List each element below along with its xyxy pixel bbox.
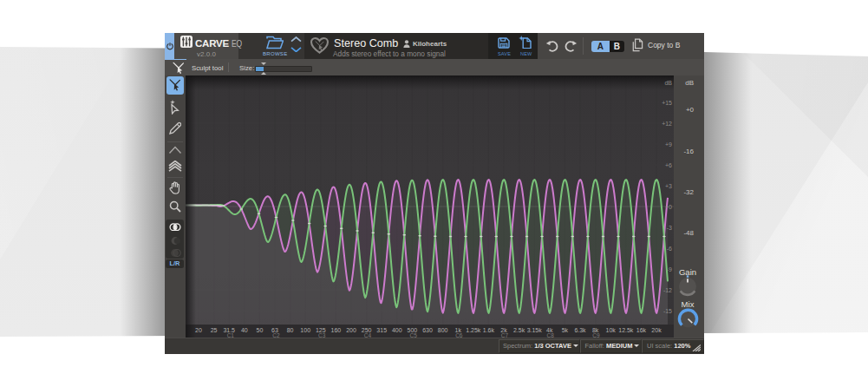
svg-text:+3: +3 bbox=[665, 182, 672, 188]
svg-text:800: 800 bbox=[438, 326, 448, 332]
svg-text:16k: 16k bbox=[636, 326, 647, 332]
svg-text:50: 50 bbox=[257, 326, 264, 332]
svg-text:5k: 5k bbox=[562, 326, 569, 332]
svg-text:1.6k: 1.6k bbox=[483, 326, 495, 332]
svg-text:+12: +12 bbox=[662, 120, 672, 126]
svg-text:C1: C1 bbox=[227, 331, 235, 338]
svg-text:-12: -12 bbox=[663, 286, 672, 292]
svg-text:C7: C7 bbox=[501, 331, 509, 338]
svg-text:C3: C3 bbox=[318, 331, 326, 338]
svg-text:80: 80 bbox=[287, 326, 294, 332]
svg-text:-9: -9 bbox=[667, 266, 672, 272]
svg-text:400: 400 bbox=[392, 326, 402, 332]
svg-text:3.15k: 3.15k bbox=[527, 326, 543, 332]
svg-text:25: 25 bbox=[211, 326, 218, 332]
svg-text:C4: C4 bbox=[364, 331, 372, 338]
svg-text:-3: -3 bbox=[667, 224, 672, 230]
svg-text:C5: C5 bbox=[409, 331, 417, 338]
svg-text:160: 160 bbox=[331, 326, 342, 332]
svg-text:C8: C8 bbox=[547, 331, 555, 338]
svg-text:dB: dB bbox=[664, 80, 672, 86]
svg-text:12.5k: 12.5k bbox=[618, 326, 634, 332]
svg-text:315: 315 bbox=[376, 326, 387, 332]
svg-text:6.3k: 6.3k bbox=[574, 326, 586, 332]
svg-text:-15: -15 bbox=[663, 307, 672, 313]
svg-text:+9: +9 bbox=[665, 141, 672, 147]
svg-text:100: 100 bbox=[300, 326, 310, 332]
svg-text:C6: C6 bbox=[455, 331, 463, 338]
svg-text:1.25k: 1.25k bbox=[466, 326, 481, 332]
svg-text:C9: C9 bbox=[592, 331, 600, 338]
svg-text:+0: +0 bbox=[665, 203, 672, 209]
svg-text:630: 630 bbox=[422, 326, 433, 332]
svg-text:+6: +6 bbox=[665, 161, 672, 167]
svg-text:10k: 10k bbox=[606, 326, 617, 332]
svg-text:2.5k: 2.5k bbox=[513, 326, 525, 332]
svg-text:C2: C2 bbox=[272, 331, 280, 338]
svg-text:40: 40 bbox=[241, 326, 248, 332]
svg-text:+15: +15 bbox=[662, 99, 672, 105]
svg-text:20k: 20k bbox=[651, 326, 662, 332]
svg-text:20: 20 bbox=[195, 326, 202, 332]
svg-text:200: 200 bbox=[346, 326, 356, 332]
svg-text:-6: -6 bbox=[667, 245, 672, 251]
